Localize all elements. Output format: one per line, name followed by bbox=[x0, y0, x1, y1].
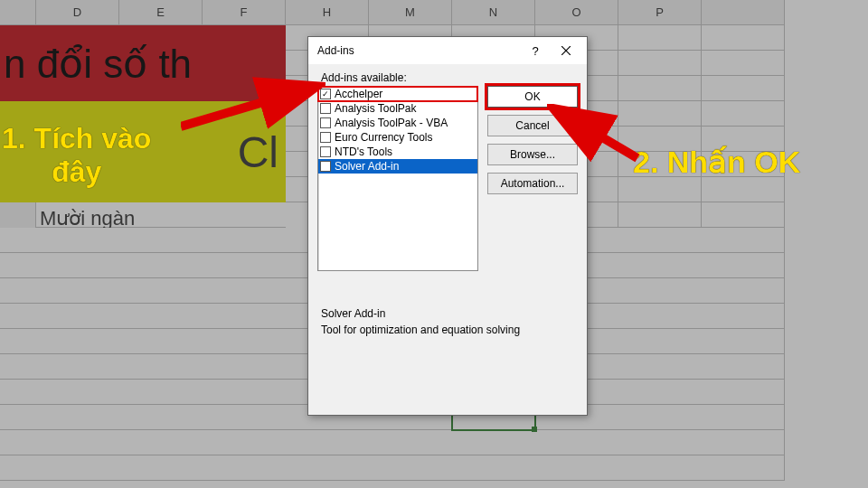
addin-label: Analysis ToolPak - VBA bbox=[335, 116, 448, 130]
checkbox-icon[interactable] bbox=[320, 103, 331, 114]
addin-label: Euro Currency Tools bbox=[335, 130, 433, 145]
checkbox-icon[interactable] bbox=[320, 132, 331, 143]
addin-label: NTD's Tools bbox=[335, 145, 392, 159]
help-button[interactable]: ? bbox=[520, 39, 551, 62]
close-button[interactable] bbox=[551, 39, 581, 62]
annotation-step2: 2. Nhấn OK bbox=[633, 145, 800, 180]
addin-item-analysis[interactable]: Analysis ToolPak bbox=[318, 101, 477, 116]
automation-button[interactable]: Automation... bbox=[487, 173, 578, 194]
addin-label: Acchelper bbox=[335, 87, 382, 101]
addin-item-acchelper[interactable]: ✓ Acchelper bbox=[318, 87, 477, 101]
addin-label: Analysis ToolPak bbox=[335, 101, 417, 116]
addin-item-analysis-vba[interactable]: Analysis ToolPak - VBA bbox=[318, 116, 477, 130]
annotation-step1: 1. Tích vào đây bbox=[2, 122, 151, 189]
close-icon bbox=[561, 46, 571, 55]
desc-title: Solver Add-in bbox=[321, 307, 578, 320]
available-label: Add-ins available: bbox=[321, 71, 578, 84]
addin-item-solver[interactable]: Solver Add-in bbox=[318, 159, 477, 174]
ok-button[interactable]: OK bbox=[487, 86, 578, 108]
checkbox-icon[interactable]: ✓ bbox=[320, 89, 331, 99]
checkbox-icon[interactable] bbox=[320, 146, 331, 157]
addins-listbox[interactable]: ✓ Acchelper Analysis ToolPak Analysis To… bbox=[317, 86, 478, 271]
dialog-title: Add-ins bbox=[317, 44, 520, 57]
addin-item-euro[interactable]: Euro Currency Tools bbox=[318, 130, 477, 145]
cancel-button[interactable]: Cancel bbox=[487, 115, 578, 136]
desc-text: Tool for optimization and equation solvi… bbox=[321, 324, 578, 336]
titlebar[interactable]: Add-ins ? bbox=[308, 37, 587, 64]
addins-dialog: Add-ins ? Add-ins available: ✓ Acchelper… bbox=[307, 36, 588, 416]
addin-item-ntd[interactable]: NTD's Tools bbox=[318, 145, 477, 159]
checkbox-icon[interactable] bbox=[320, 161, 331, 172]
checkbox-icon[interactable] bbox=[320, 117, 331, 128]
addin-label: Solver Add-in bbox=[335, 159, 399, 174]
browse-button[interactable]: Browse... bbox=[487, 144, 578, 165]
